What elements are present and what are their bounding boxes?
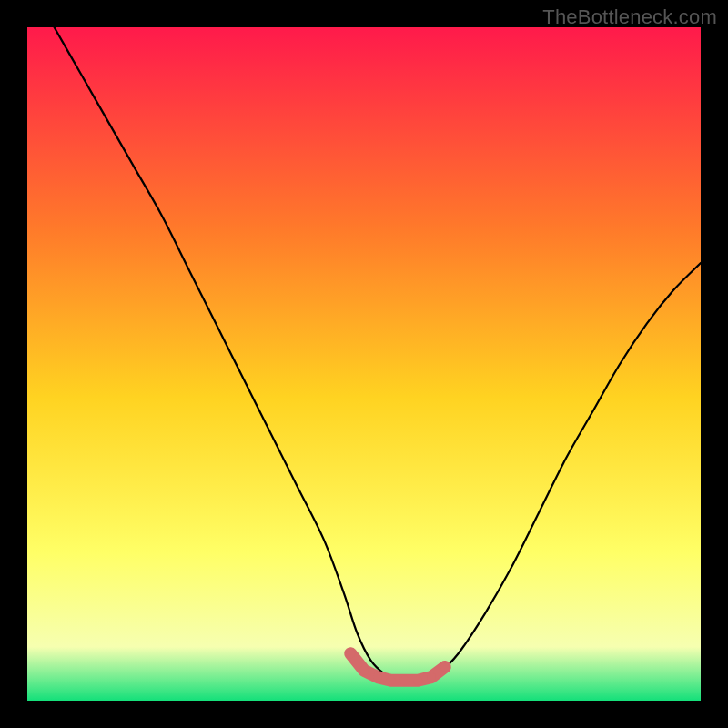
optimal-zone-point <box>399 676 409 685</box>
chart-frame: TheBottleneck.com <box>0 0 728 728</box>
optimal-zone-point <box>427 672 436 682</box>
bottleneck-chart <box>27 27 701 701</box>
optimal-zone-point <box>346 649 355 658</box>
optimal-zone-point <box>440 662 450 672</box>
optimal-zone-point <box>373 672 382 682</box>
watermark-text: TheBottleneck.com <box>542 5 717 29</box>
optimal-zone-point <box>387 676 396 685</box>
optimal-zone-point <box>359 666 369 675</box>
chart-background <box>27 27 701 701</box>
optimal-zone-point <box>413 676 422 685</box>
